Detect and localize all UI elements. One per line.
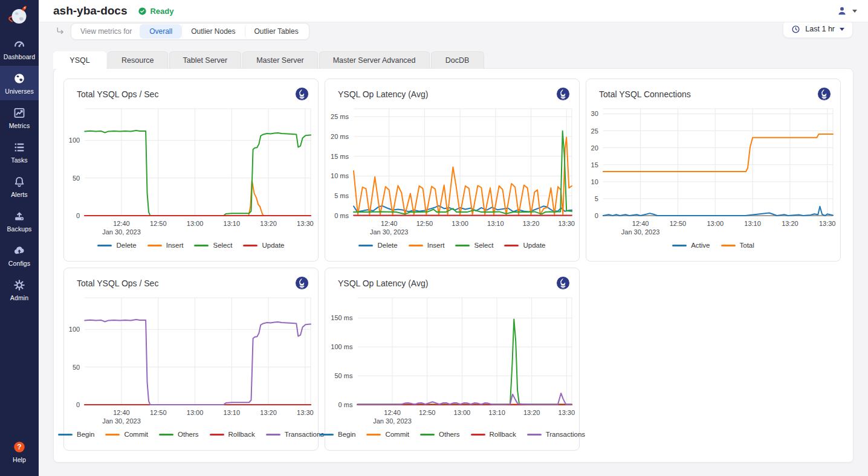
legend-item-select[interactable]: Select [194, 242, 232, 249]
user-menu[interactable] [836, 5, 857, 17]
sidebar-item-alerts[interactable]: Alerts [0, 169, 39, 204]
svg-text:13:00: 13:00 [454, 409, 471, 416]
svg-text:20: 20 [591, 144, 598, 152]
chart-title: YSQL Op Latency (Avg) [338, 89, 428, 99]
charts-card: Total YSQL Ops / Sec 05010012:40Jan 30, … [53, 68, 853, 463]
chart-legend: DeleteInsertSelectUpdate [325, 242, 579, 249]
svg-text:13:20: 13:20 [782, 220, 798, 227]
scope-outlier-nodes[interactable]: Outlier Nodes [181, 24, 244, 39]
prometheus-icon[interactable] [295, 276, 309, 290]
legend-item-commit[interactable]: Commit [366, 431, 409, 438]
legend-item-transactions[interactable]: Transactions [527, 431, 585, 438]
sidebar-item-tasks[interactable]: Tasks [0, 135, 39, 169]
prometheus-icon[interactable] [817, 87, 831, 101]
chart-plot[interactable]: 0 ms5 ms10 ms15 ms20 ms25 ms12:40Jan 30,… [326, 101, 580, 241]
svg-text:50: 50 [73, 175, 80, 182]
legend-label: Begin [338, 431, 355, 438]
legend-item-others[interactable]: Others [420, 431, 460, 438]
svg-text:50: 50 [73, 364, 80, 371]
svg-text:10 ms: 10 ms [331, 172, 349, 179]
legend-item-rollback[interactable]: Rollback [210, 431, 255, 438]
legend-item-insert[interactable]: Insert [147, 242, 184, 249]
legend-swatch [721, 245, 736, 246]
legend-swatch [366, 434, 381, 436]
yugabyte-logo-icon[interactable] [0, 0, 39, 31]
svg-text:12:40: 12:40 [381, 220, 398, 227]
legend-item-select[interactable]: Select [455, 242, 493, 249]
svg-text:150 ms: 150 ms [331, 314, 353, 321]
cloud-icon [13, 244, 26, 257]
chart-plot[interactable]: 0 ms50 ms100 ms150 ms12:40Jan 30, 202312… [326, 290, 580, 430]
sidebar-item-configs[interactable]: Configs [0, 238, 39, 272]
legend-item-total[interactable]: Total [721, 242, 754, 249]
legend-item-transactions[interactable]: Transactions [266, 431, 324, 438]
svg-text:13:10: 13:10 [224, 409, 241, 416]
tab-tablet-server[interactable]: Tablet Server [169, 51, 242, 69]
legend-label: Transactions [285, 431, 324, 438]
legend-label: Insert [166, 242, 184, 249]
svg-text:12:40: 12:40 [632, 220, 649, 227]
tab-master-server-advanced[interactable]: Master Server Advanced [319, 51, 430, 69]
legend-label: Select [213, 242, 232, 249]
chart-plot[interactable]: 05010012:40Jan 30, 202312:5013:0013:1013… [65, 290, 319, 430]
legend-item-update[interactable]: Update [504, 242, 545, 249]
legend-item-begin[interactable]: Begin [319, 431, 355, 438]
tab-master-server[interactable]: Master Server [242, 51, 318, 69]
legend-label: Transactions [546, 431, 585, 438]
svg-text:50 ms: 50 ms [334, 372, 352, 379]
chart-plot[interactable]: 05010012:40Jan 30, 202312:5013:0013:1013… [65, 101, 319, 241]
sidebar-item-backups[interactable]: Backups [0, 204, 39, 238]
svg-text:100: 100 [69, 137, 80, 144]
legend-item-active[interactable]: Active [672, 242, 710, 249]
svg-text:12:50: 12:50 [419, 409, 436, 416]
globe-icon [13, 72, 26, 85]
legend-item-commit[interactable]: Commit [105, 431, 148, 438]
chevron-down-icon [852, 10, 857, 13]
tab-ysql[interactable]: YSQL [53, 51, 106, 69]
svg-text:100: 100 [69, 326, 80, 333]
legend-swatch [471, 434, 485, 436]
legend-item-others[interactable]: Others [159, 431, 199, 438]
svg-text:13:20: 13:20 [260, 409, 277, 416]
legend-label: Commit [124, 431, 148, 438]
legend-swatch [319, 434, 334, 436]
tab-docdb[interactable]: DocDB [431, 51, 484, 69]
legend-label: Update [523, 242, 545, 249]
prometheus-icon[interactable] [556, 87, 570, 101]
legend-item-delete[interactable]: Delete [358, 242, 397, 249]
backup-icon [13, 210, 26, 223]
sidebar-item-label: Tasks [11, 156, 27, 164]
svg-text:100 ms: 100 ms [331, 343, 353, 350]
sidebar-item-metrics[interactable]: Metrics [0, 100, 39, 135]
scope-overall[interactable]: Overall [140, 24, 181, 39]
legend-item-delete[interactable]: Delete [97, 242, 136, 249]
legend-swatch [409, 245, 423, 246]
svg-text:0: 0 [76, 401, 80, 408]
legend-item-rollback[interactable]: Rollback [471, 431, 516, 438]
legend-item-insert[interactable]: Insert [409, 242, 445, 249]
time-range-button[interactable]: Last 1 hr [783, 20, 853, 38]
legend-swatch [504, 245, 519, 246]
legend-item-begin[interactable]: Begin [58, 431, 94, 438]
chart-title: Total YSQL Ops / Sec [77, 89, 158, 99]
prometheus-icon[interactable] [556, 276, 570, 290]
svg-text:Jan 30, 2023: Jan 30, 2023 [102, 417, 141, 425]
sidebar-item-universes[interactable]: Universes [0, 66, 39, 100]
sidebar-item-help[interactable]: ? Help [0, 434, 39, 469]
sidebar-item-dashboard[interactable]: Dashboard [0, 31, 39, 66]
prometheus-icon[interactable] [295, 87, 309, 101]
scope-outlier-tables[interactable]: Outlier Tables [245, 24, 308, 39]
svg-text:0: 0 [595, 212, 598, 219]
svg-text:Jan 30, 2023: Jan 30, 2023 [621, 228, 660, 236]
chart-legend: BeginCommitOthersRollbackTransactions [64, 431, 318, 438]
sidebar-item-label: Universes [5, 88, 34, 95]
chart-plot[interactable]: 05101520253012:40Jan 30, 202312:5013:001… [587, 101, 841, 241]
tab-resource[interactable]: Resource [108, 51, 168, 69]
svg-text:10: 10 [591, 178, 598, 185]
metrics-scope-group: View metrics for OverallOutlier NodesOut… [71, 23, 309, 40]
legend-item-update[interactable]: Update [243, 242, 284, 249]
sidebar-item-admin[interactable]: Admin [0, 272, 39, 307]
question-icon: ? [13, 440, 26, 454]
legend-label: Commit [385, 431, 409, 438]
legend-swatch [455, 245, 470, 246]
